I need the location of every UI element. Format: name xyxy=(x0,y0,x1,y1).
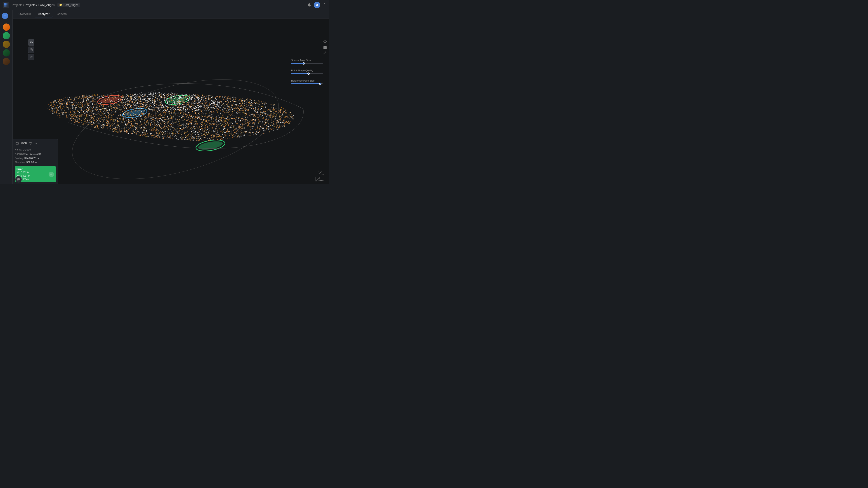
eye-button[interactable] xyxy=(323,39,327,44)
reference-point-size-thumb[interactable] xyxy=(319,83,321,85)
view-3d-button[interactable]: 3D xyxy=(28,39,34,46)
sparse-point-size-fill xyxy=(291,63,304,64)
gcp-error-dx: ΔX: 0.0013 m xyxy=(17,171,47,174)
gcp-error-title: Error xyxy=(17,168,47,170)
svg-line-40 xyxy=(319,174,323,174)
gcp-elevation-label: Elevation: xyxy=(15,161,26,164)
svg-line-41 xyxy=(319,171,319,174)
layers-button[interactable] xyxy=(323,45,327,50)
topbar-right: U ⋮ xyxy=(307,2,327,8)
svg-rect-0 xyxy=(4,3,6,4)
notification-button[interactable] xyxy=(307,3,311,7)
panel-controls xyxy=(291,39,327,56)
svg-rect-2 xyxy=(4,5,6,6)
right-panel: Sparse Point Size Point Shape Quality Re… xyxy=(291,39,327,88)
user-avatar[interactable]: U xyxy=(314,2,320,8)
app-logo xyxy=(3,2,9,8)
point-shape-quality-thumb[interactable] xyxy=(307,72,310,75)
svg-point-42 xyxy=(318,178,320,180)
project-badge: 📁 EOM_Aug24 xyxy=(57,3,80,7)
sparse-point-size-track[interactable] xyxy=(291,63,323,64)
gcp-trash-button[interactable] xyxy=(28,141,33,145)
check-icon: ✓ xyxy=(49,172,54,177)
reference-point-size-label: Reference Point Size xyxy=(291,79,327,82)
gcp-northing-label: Northing: xyxy=(15,153,25,155)
gcp-name-label: Name: xyxy=(15,148,22,151)
point-shape-quality-group: Point Shape Quality xyxy=(291,68,327,78)
reference-point-size-group: Reference Point Size xyxy=(291,78,327,88)
sidebar-avatar-4[interactable] xyxy=(3,49,10,57)
view-photo-button[interactable] xyxy=(28,46,34,53)
svg-rect-11 xyxy=(31,48,32,49)
sidebar-avatar-5[interactable] xyxy=(3,58,10,65)
chat-button[interactable] xyxy=(16,176,22,183)
svg-rect-1 xyxy=(6,3,7,4)
tab-overview[interactable]: Overview xyxy=(16,11,34,18)
view-controls: 3D xyxy=(28,39,34,60)
view-rotate-button[interactable] xyxy=(28,54,34,60)
svg-rect-9 xyxy=(30,49,33,51)
add-button[interactable] xyxy=(2,13,8,19)
gcp-error-dy: ΔY: 0.0017 m xyxy=(17,174,47,177)
gcp-elevation-value: 362.03 m xyxy=(26,161,37,164)
gcp-info: Name: GG004 Northing: 6670718.92 m Easti… xyxy=(15,148,56,164)
sparse-point-size-group: Sparse Point Size xyxy=(291,58,327,68)
gcp-easting-label: Easting: xyxy=(15,157,24,160)
svg-line-39 xyxy=(319,171,322,174)
gcp-northing-value: 6670718.92 m xyxy=(26,153,41,155)
gcp-chevron-button[interactable] xyxy=(34,142,38,145)
gcp-header: GCP xyxy=(15,141,56,146)
sidebar-avatar-3[interactable] xyxy=(3,41,10,48)
tab-analyzer[interactable]: Analyzer xyxy=(35,11,53,18)
gcp-name-value: GG004 xyxy=(23,148,31,151)
svg-rect-38 xyxy=(16,142,19,144)
point-shape-quality-fill xyxy=(291,73,309,74)
svg-point-13 xyxy=(31,57,32,57)
more-button[interactable]: ⋮ xyxy=(323,3,327,7)
compass xyxy=(313,168,324,180)
svg-rect-3 xyxy=(6,5,7,6)
tab-canvas[interactable]: Canvas xyxy=(54,11,70,18)
sparse-point-size-label: Sparse Point Size xyxy=(291,59,327,62)
point-shape-quality-track[interactable] xyxy=(291,73,323,74)
reference-point-size-track[interactable] xyxy=(291,84,323,84)
gcp-easting-value: 324976.78 m xyxy=(24,157,39,160)
topbar: Projects / Projects / EOM_Aug24 📁 EOM_Au… xyxy=(0,0,329,10)
gcp-title: GCP xyxy=(21,142,27,145)
pencil-button[interactable] xyxy=(323,51,327,56)
breadcrumb: Projects / Projects / EOM_Aug24 xyxy=(12,3,55,6)
svg-point-10 xyxy=(31,49,32,51)
point-shape-quality-label: Point Shape Quality xyxy=(291,69,327,72)
reference-point-size-fill xyxy=(291,84,320,84)
gcp-icon-button[interactable] xyxy=(15,141,20,146)
left-sidebar xyxy=(0,10,13,184)
sidebar-avatar-1[interactable] xyxy=(3,24,10,31)
pointcloud-visualization: ~ xyxy=(13,19,329,184)
nav-tabs: Overview Analyzer Canvas xyxy=(13,10,329,19)
sparse-point-size-thumb[interactable] xyxy=(303,62,305,65)
viewport: 3D xyxy=(13,19,329,184)
sidebar-avatar-2[interactable] xyxy=(3,32,10,39)
